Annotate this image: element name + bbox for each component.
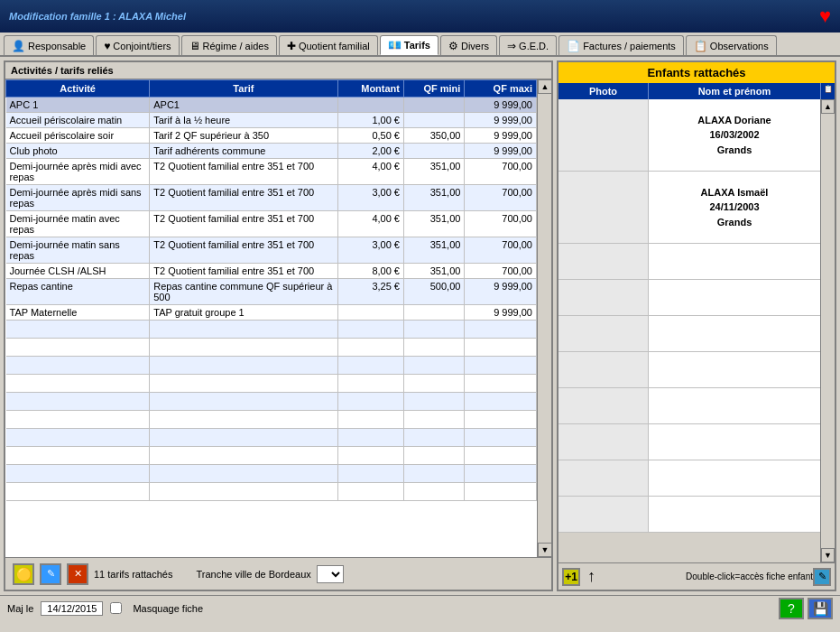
left-panel-title: Activités / tarifs reliés	[5, 62, 551, 79]
tab-quotient[interactable]: ✚ Quotient familial	[279, 35, 378, 55]
table-row-empty	[6, 357, 537, 375]
enfants-scroll-up[interactable]: ▲	[821, 99, 835, 114]
cell-montant	[337, 98, 404, 113]
save-btn[interactable]: 💾	[808, 598, 833, 619]
tab-divers[interactable]: ⚙ Divers	[440, 35, 497, 55]
enfant-row-empty	[558, 244, 820, 280]
enfant-nom-empty	[649, 424, 820, 460]
tab-conjoint[interactable]: ♥ Conjoint/tiers	[96, 35, 179, 55]
enfants-scroll[interactable]: ALAXA Doriane16/03/2002Grands ALAXA Isma…	[558, 99, 820, 562]
cell-tarif: TAP gratuit groupe 1	[150, 305, 337, 321]
divers-icon: ⚙	[448, 40, 458, 52]
table-row[interactable]: Demi-journée après midi avec repas T2 Qu…	[6, 159, 537, 185]
table-row-empty	[6, 483, 537, 501]
edit-tarif-btn[interactable]: ✎	[40, 563, 61, 585]
arrow-icon: ↑	[587, 567, 595, 586]
responsable-icon: 👤	[12, 40, 25, 52]
tab-quotient-label: Quotient familial	[299, 41, 370, 51]
scroll-up-btn[interactable]: ▲	[538, 79, 551, 94]
cell-qfmini: 351,00	[404, 211, 465, 237]
enfant-nom-empty	[649, 460, 820, 496]
cell-montant: 4,00 €	[337, 159, 404, 185]
table-row[interactable]: APC 1 APC1 9 999,00	[6, 98, 537, 113]
cell-tarif: T2 Quotient familial entre 351 et 700	[150, 237, 337, 264]
title-bar: Modification famille 1 : ALAXA Michel ♥	[0, 0, 840, 33]
cell-activite: Journée CLSH /ALSH	[6, 264, 150, 279]
quotient-icon: ✚	[287, 40, 296, 52]
enfant-row[interactable]: ALAXA Ismaël24/11/2003Grands	[558, 172, 820, 244]
maj-label: Maj le	[7, 603, 33, 614]
enfant-photo-empty	[558, 424, 649, 460]
cell-qfmini: 500,00	[404, 279, 465, 305]
masquage-label: Masquage fiche	[133, 603, 203, 614]
cell-activite: Club photo	[6, 144, 150, 159]
regime-icon: 🖥	[189, 40, 200, 52]
cell-activite: TAP Maternelle	[6, 305, 150, 321]
delete-tarif-btn[interactable]: ✕	[67, 563, 88, 585]
add-tarif-btn[interactable]: 🟡	[13, 563, 34, 585]
ged-icon: ⇒	[507, 40, 516, 52]
table-row[interactable]: Repas cantine Repas cantine commune QF s…	[6, 279, 537, 305]
masquage-checkbox[interactable]	[110, 602, 122, 614]
cell-montant: 3,25 €	[337, 279, 404, 305]
observations-icon: 📋	[694, 40, 707, 52]
table-row[interactable]: Demi-journée matin sans repas T2 Quotien…	[6, 237, 537, 264]
enfant-photo-empty	[558, 280, 649, 315]
tarifs-icon: 💶	[388, 39, 402, 51]
cell-qfmaxi: 9 999,00	[465, 144, 537, 159]
cell-activite: Repas cantine	[6, 279, 150, 305]
tab-ged[interactable]: ⇒ G.E.D.	[499, 35, 557, 55]
enfant-nom-empty	[649, 280, 820, 315]
table-with-scroll: Activité Tarif Montant QF mini QF maxi A…	[5, 79, 551, 557]
enfants-content: ALAXA Doriane16/03/2002Grands ALAXA Isma…	[558, 99, 835, 562]
help-btn[interactable]: ?	[779, 598, 804, 619]
tab-responsable[interactable]: 👤 Responsable	[4, 35, 94, 55]
cell-montant: 3,00 €	[337, 185, 404, 211]
enfant-photo-empty	[558, 316, 649, 351]
cell-qfmaxi: 700,00	[465, 159, 537, 185]
table-row-empty	[6, 465, 537, 483]
enfant-row[interactable]: ALAXA Doriane16/03/2002Grands	[558, 99, 820, 172]
enfants-scrollbar[interactable]: ▲ ▼	[820, 99, 835, 562]
add-enfant-btn[interactable]: +1	[562, 568, 580, 586]
cell-qfmaxi: 700,00	[465, 264, 537, 279]
table-row[interactable]: Demi-journée après midi sans repas T2 Qu…	[6, 185, 537, 211]
enfant-row-empty	[558, 352, 820, 388]
table-scrollbar[interactable]: ▲ ▼	[537, 79, 551, 557]
tab-conjoint-label: Conjoint/tiers	[113, 41, 171, 51]
tab-regime[interactable]: 🖥 Régime / aides	[181, 35, 277, 55]
table-row-empty	[6, 429, 537, 447]
table-row[interactable]: TAP Maternelle TAP gratuit groupe 1 9 99…	[6, 305, 537, 321]
table-row[interactable]: Journée CLSH /ALSH T2 Quotient familial …	[6, 264, 537, 279]
cell-qfmaxi: 9 999,00	[465, 305, 537, 321]
enfant-photo-empty	[558, 388, 649, 423]
scroll-down-btn[interactable]: ▼	[538, 543, 551, 557]
table-row[interactable]: Club photo Tarif adhérents commune 2,00 …	[6, 144, 537, 159]
status-right-btns: ? 💾	[779, 598, 833, 619]
table-row[interactable]: Demi-journée matin avec repas T2 Quotien…	[6, 211, 537, 237]
left-panel-toolbar: 🟡 ✎ ✕ 11 tarifs rattachés Tranche ville …	[5, 557, 551, 590]
tab-factures[interactable]: 📄 Factures / paiements	[558, 35, 684, 55]
enfant-nom-empty	[649, 352, 820, 387]
table-row[interactable]: Accueil périscolaire soir Tarif 2 QF sup…	[6, 128, 537, 144]
enfant-row-empty	[558, 316, 820, 352]
cell-tarif: T2 Quotient familial entre 351 et 700	[150, 211, 337, 237]
cell-tarif: T2 Quotient familial entre 351 et 700	[150, 159, 337, 185]
tab-bar: 👤 Responsable ♥ Conjoint/tiers 🖥 Régime …	[0, 33, 840, 57]
cell-qfmini: 351,00	[404, 185, 465, 211]
tab-tarifs[interactable]: 💶 Tarifs	[380, 35, 438, 55]
table-row[interactable]: Accueil périscolaire matin Tarif à la ½ …	[6, 113, 537, 128]
col-header-montant: Montant	[337, 80, 404, 98]
tranche-select[interactable]	[317, 565, 344, 583]
cell-tarif: Tarif adhérents commune	[150, 144, 337, 159]
table-row-empty	[6, 393, 537, 411]
cell-tarif: T2 Quotient familial entre 351 et 700	[150, 185, 337, 211]
cell-qfmini	[404, 98, 465, 113]
table-scroll[interactable]: Activité Tarif Montant QF mini QF maxi A…	[5, 79, 537, 557]
cell-qfmini	[404, 113, 465, 128]
tab-observations[interactable]: 📋 Observations	[686, 35, 777, 55]
cell-activite: Accueil périscolaire matin	[6, 113, 150, 128]
cell-montant: 4,00 €	[337, 211, 404, 237]
enfants-scroll-down[interactable]: ▼	[821, 548, 835, 562]
edit-enfant-btn[interactable]: ✎	[813, 568, 831, 586]
